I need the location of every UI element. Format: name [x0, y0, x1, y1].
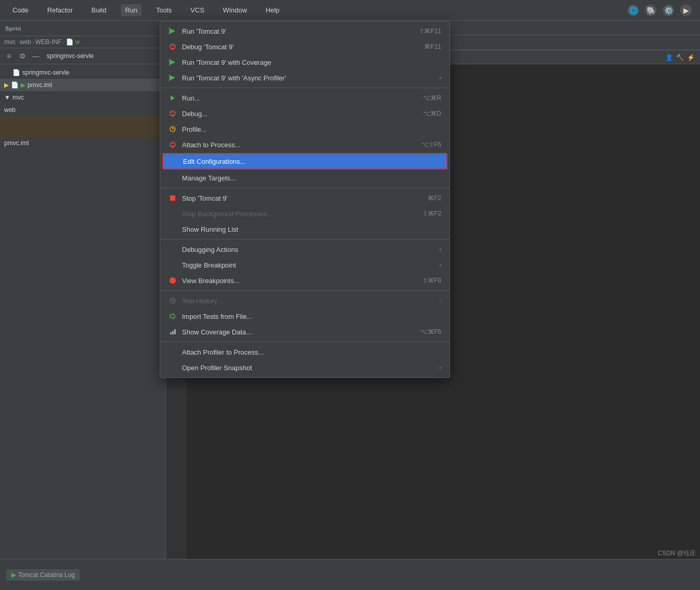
star-icon[interactable]: ⚡ — [687, 54, 695, 61]
svg-point-2 — [173, 45, 174, 46]
path-web: web — [20, 38, 31, 46]
stop-tomcat-shortcut: ⌘F2 — [428, 194, 441, 202]
show-coverage-label: Show Coverage Data... — [182, 328, 421, 336]
tree-item-2[interactable]: ▶ 📄 ▶ pmvc.iml — [0, 79, 165, 91]
stop-bg-label: Stop Background Processes... — [182, 210, 423, 218]
menu-item-stop-bg: Stop Background Processes... ⇧⌘F2 — [160, 206, 450, 221]
menu-item-profile[interactable]: Profile... — [160, 121, 450, 137]
gear-icon[interactable]: ⚙ — [17, 50, 28, 62]
view-bp-shortcut: ⇧⌘F8 — [423, 277, 441, 284]
run-coverage-label: Run 'Tomcat 9' with Coverage — [182, 59, 441, 66]
sep-5 — [160, 342, 450, 342]
tree-item-4[interactable]: web — [0, 104, 165, 116]
menu-item-toggle-bp[interactable]: Toggle Breakpoint › — [160, 257, 450, 273]
menu-item-run-tomcat[interactable]: Run 'Tomcat 9' ⇧⌘F11 — [160, 23, 450, 39]
expand-icon-3: ▼ — [4, 94, 10, 101]
menu-item-view-bp[interactable]: View Breakpoints... ⇧⌘F8 — [160, 273, 450, 288]
toggle-bp-label: Toggle Breakpoint — [182, 261, 435, 269]
minimize-icon[interactable]: — — [30, 50, 41, 62]
menu-item-run[interactable]: Run... ⌥⌘R — [160, 90, 450, 106]
menu-vcs[interactable]: VCS — [186, 4, 208, 16]
view-bp-icon — [167, 275, 178, 286]
edit-config-icon — [169, 156, 179, 166]
menu-bar: Code Refactor Build Run Tools VCS Window… — [0, 0, 700, 21]
test-history-icon — [167, 296, 178, 306]
sep-1 — [160, 88, 450, 88]
svg-rect-15 — [174, 329, 176, 334]
menu-help[interactable]: Help — [261, 4, 284, 16]
menu-item-stop-tomcat[interactable]: Stop 'Tomcat 9' ⌘F2 — [160, 190, 450, 206]
status-tab-label: Tomcat Catalina Log — [18, 571, 75, 579]
build-icon[interactable]: 🔨 — [676, 54, 684, 61]
menu-item-debug-tomcat[interactable]: Debug 'Tomcat 9' ⌘F11 — [160, 39, 450, 54]
path-webinf: WEB-INF — [35, 38, 62, 46]
tree-item-1[interactable]: 📄 springmvc-servle — [0, 66, 165, 79]
tree-highlight-bar — [0, 116, 165, 137]
menu-item-edit-config[interactable]: Edit Configurations... — [162, 153, 447, 170]
run-dropdown-menu: Run 'Tomcat 9' ⇧⌘F11 Debug 'Tomcat 9' ⌘F… — [160, 21, 450, 378]
csdn-badge: CSDN @珏庄 — [657, 549, 696, 558]
evernote-icon[interactable]: 🐘 — [645, 5, 656, 16]
attach-shortcut: ⌥⇧F5 — [422, 141, 441, 148]
menu-build[interactable]: Build — [87, 4, 110, 16]
menu-run[interactable]: Run — [121, 4, 142, 16]
open-profiler-label: Open Profiler Snapshot — [182, 364, 435, 372]
status-bar: ▶ Tomcat Catalina Log — [0, 559, 700, 590]
menu-item-run-coverage[interactable]: Run 'Tomcat 9' with Coverage — [160, 54, 450, 70]
open-profiler-icon — [167, 362, 178, 373]
path-icon: 📄 w — [66, 38, 80, 46]
stop-bg-shortcut: ⇧⌘F2 — [423, 210, 441, 217]
debug-actions-icon — [167, 244, 178, 255]
play-icon[interactable]: ▶ — [680, 5, 692, 16]
globe-icon[interactable]: 🌐 — [627, 5, 639, 16]
attach-icon — [167, 139, 178, 150]
debug-label: Debug... — [182, 110, 423, 118]
run-label: Run... — [182, 94, 423, 102]
tree-item-3[interactable]: ▼ mvc — [0, 91, 165, 104]
tree-label-2: pmvc.iml — [27, 81, 52, 89]
stop-tomcat-label: Stop 'Tomcat 9' — [182, 194, 428, 202]
file-icon-2: 📄 — [11, 81, 19, 89]
filter-icon[interactable]: ≡ — [3, 50, 15, 62]
menu-window[interactable]: Window — [219, 4, 251, 16]
tree-label-5: pmvc.iml — [4, 139, 29, 147]
run-async-icon — [167, 73, 178, 83]
tree-label-3: mvc — [12, 94, 24, 101]
attach-profiler-label: Attach Profiler to Process... — [182, 348, 441, 356]
svg-point-9 — [173, 143, 174, 144]
menu-item-manage-targets[interactable]: Manage Targets... — [160, 170, 450, 186]
svg-rect-14 — [172, 331, 174, 334]
menu-item-show-coverage[interactable]: Show Coverage Data... ⌥⌘F6 — [160, 324, 450, 340]
sidebar-tree: 📄 springmvc-servle ▶ 📄 ▶ pmvc.iml ▼ mvc … — [0, 64, 165, 151]
menu-item-show-running[interactable]: Show Running List — [160, 221, 450, 237]
run-icon — [167, 93, 178, 103]
menu-item-run-async[interactable]: Run 'Tomcat 9' with 'Async Profiler' › — [160, 70, 450, 86]
settings-icon[interactable]: ⚙️ — [663, 5, 674, 16]
user-icon[interactable]: 👤 — [665, 54, 673, 61]
import-tests-label: Import Tests from File... — [182, 313, 441, 320]
path-mvc: mvc — [4, 38, 16, 46]
debug-icon — [167, 108, 178, 119]
attach-profiler-icon — [167, 347, 178, 357]
show-coverage-shortcut: ⌥⌘F6 — [421, 328, 441, 335]
expand-icon-2: ▶ — [4, 81, 9, 89]
open-profiler-arrow: › — [439, 364, 441, 371]
sidebar-path: mvc › web › WEB-INF › 📄 w — [0, 36, 165, 48]
editor-actions: 👤 🔨 ⚡ — [665, 54, 695, 61]
run-badge-icon: ▶ — [21, 81, 25, 89]
menu-tools[interactable]: Tools — [152, 4, 176, 16]
svg-rect-13 — [170, 332, 172, 334]
svg-rect-10 — [170, 195, 175, 201]
debug-tomcat-shortcut: ⌘F11 — [424, 43, 441, 50]
debug-tomcat-icon — [167, 41, 178, 52]
menu-item-import-tests[interactable]: Import Tests from File... — [160, 308, 450, 324]
menu-item-debug-actions[interactable]: Debugging Actions › — [160, 242, 450, 257]
menu-item-attach[interactable]: Attach to Process... ⌥⇧F5 — [160, 137, 450, 152]
menu-code[interactable]: Code — [8, 4, 33, 16]
menu-refactor[interactable]: Refactor — [43, 4, 77, 16]
status-tab-tomcat[interactable]: ▶ Tomcat Catalina Log — [6, 569, 80, 581]
menu-item-attach-profiler[interactable]: Attach Profiler to Process... — [160, 344, 450, 360]
menu-item-open-profiler[interactable]: Open Profiler Snapshot › — [160, 360, 450, 375]
tree-item-5[interactable]: pmvc.iml — [0, 137, 165, 149]
menu-item-debug[interactable]: Debug... ⌥⌘D — [160, 106, 450, 121]
